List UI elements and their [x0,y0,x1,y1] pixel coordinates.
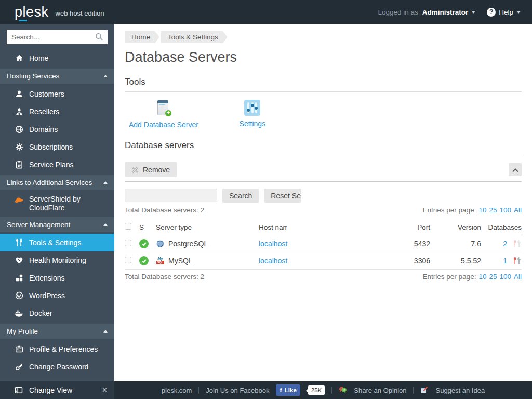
sidebar-item-subscriptions[interactable]: Subscriptions [0,138,114,156]
suggest-idea-link[interactable]: Suggest an Idea [435,387,485,394]
page-size-25[interactable]: 25 [489,273,497,281]
facebook-link[interactable]: Join Us on Facebook [206,387,269,394]
collapse-search-button[interactable] [509,163,522,176]
sidebar-item-label: Extensions [29,274,64,282]
filter-input[interactable] [125,189,217,202]
col-version[interactable]: Version [430,220,481,235]
host-link[interactable]: localhost [259,240,287,248]
webadmin-icon[interactable] [513,257,522,265]
port-value: 3306 [389,252,430,270]
facebook-like-button[interactable]: f Like [276,384,300,396]
col-server-type[interactable]: Server type [156,220,259,235]
suggest-idea-icon [420,386,429,394]
page-size-100[interactable]: 100 [499,206,511,214]
col-databases[interactable]: Databases [481,220,522,235]
sidebar-item-label: Service Plans [29,161,74,169]
footer: plesk.com Join Us on Facebook f Like 25K… [114,381,532,399]
user-menu[interactable]: Administrator [422,8,476,16]
databases-count-link[interactable]: 1 [503,257,507,265]
sidebar-section-additional-services[interactable]: Links to Additional Services [0,175,114,190]
breadcrumb-tools-settings[interactable]: Tools & Settings [161,31,228,43]
sidebar-section-hosting-services[interactable]: Hosting Services [0,69,114,84]
sidebar-item-label: Health Monitoring [29,256,86,264]
globe-icon [15,125,23,134]
sidebar-item-docker[interactable]: Docker [0,304,114,322]
cloudflare-icon [15,195,23,204]
page-size-25[interactable]: 25 [489,206,497,214]
databases-count-link[interactable]: 2 [503,240,507,248]
sidebar-item-label: Change Password [29,363,88,371]
search-input[interactable] [7,30,108,44]
entries-per-page-label: Entries per page: [423,206,476,214]
separator [198,387,199,394]
add-database-server-button[interactable]: + Add Database Server [129,100,198,129]
breadcrumb-home[interactable]: Home [125,31,159,43]
row-checkbox[interactable] [125,257,131,263]
gear-icon [15,143,23,152]
help-menu[interactable]: ? Help [487,8,521,17]
key-icon [15,363,23,371]
page-size-all[interactable]: All [514,273,522,281]
sidebar-section-my-profile[interactable]: My Profile [0,324,114,339]
close-icon[interactable]: × [102,385,107,395]
speech-bubbles-icon [339,386,347,394]
sidebar-item-service-plans[interactable]: Service Plans [0,156,114,174]
settings-button[interactable]: Settings [229,100,276,129]
plesk-logo-text: plesk [15,4,49,20]
sidebar-item-tools-settings[interactable]: Tools & Settings [0,234,114,251]
webadmin-icon[interactable] [513,240,522,248]
page-size-10[interactable]: 10 [478,206,486,214]
sidebar-item-change-view[interactable]: Change View × [0,381,114,399]
sidebar-item-label: Subscriptions [29,143,73,151]
total-count-bottom: Total Database servers: 2 [125,273,204,281]
tools-row: + Add Database Server Settings [125,92,522,134]
sidebar-item-health-monitoring[interactable]: Health Monitoring [0,251,114,269]
sidebar-item-label: WordPress [29,291,65,300]
main-content: Home Tools & Settings Database Servers T… [114,24,532,381]
sidebar-item-label: Docker [29,309,52,317]
share-opinion-link[interactable]: Share an Opinion [354,387,406,394]
sidebar-item-home[interactable]: Home [0,49,114,67]
tools-heading: Tools [125,77,522,92]
sidebar-item-label: Home [29,54,48,62]
plesk-logo: plesk [15,5,49,19]
reset-search-button[interactable]: Reset Search [264,189,301,203]
sidebar-section-server-management[interactable]: Server Management [0,217,114,232]
section-title: Hosting Services [7,72,59,80]
remove-button[interactable]: Remove [125,162,177,177]
search-button[interactable]: Search [222,189,259,203]
list-search-row: Search Reset Search [125,189,522,203]
col-status[interactable]: S [139,220,156,235]
entries-per-page-label: Entries per page: [423,273,476,281]
sidebar-item-extensions[interactable]: Extensions [0,269,114,287]
sidebar-item-customers[interactable]: Customers [0,85,114,103]
edition-label: web host edition [56,9,104,17]
sidebar-item-servershield[interactable]: ServerShield by CloudFlare [0,192,109,216]
page-size-all[interactable]: All [514,206,522,214]
table-header-row: S Server type Host name Port Version Dat… [125,220,522,235]
extensions-icon [15,274,23,283]
col-port[interactable]: Port [389,220,430,235]
layout-icon [15,386,23,395]
page-size-100[interactable]: 100 [499,273,511,281]
database-servers-heading: Database servers [125,140,522,155]
home-icon [15,54,23,63]
sidebar-item-domains[interactable]: Domains [0,121,114,138]
section-title: Links to Additional Services [7,179,92,187]
sidebar: Home Hosting Services Customers Reseller… [0,24,114,399]
separator [331,387,332,394]
row-checkbox[interactable] [125,240,131,246]
server-type: MySQL [168,257,193,265]
host-link[interactable]: localhost [259,257,287,265]
section-title: My Profile [7,327,38,335]
select-all-checkbox[interactable] [125,223,131,230]
sidebar-item-wordpress[interactable]: WordPress [0,287,114,304]
facebook-f-icon: f [280,386,282,394]
status-ok-icon [139,256,149,265]
page-size-10[interactable]: 10 [478,273,486,281]
plesk-com-link[interactable]: plesk.com [162,387,192,394]
col-host-name[interactable]: Host name [259,220,389,235]
sidebar-item-profile-preferences[interactable]: Profile & Preferences [0,340,114,358]
sidebar-item-change-password[interactable]: Change Password [0,358,114,376]
sidebar-item-resellers[interactable]: Resellers [0,103,114,121]
